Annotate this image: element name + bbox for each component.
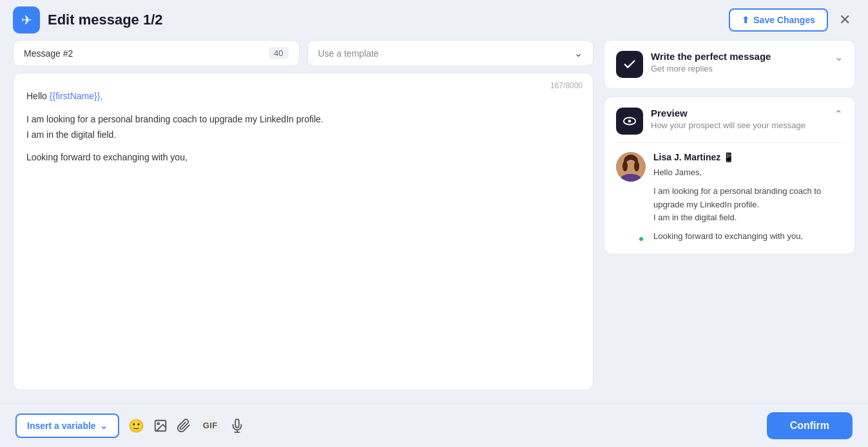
insert-variable-button[interactable]: Insert a variable ⌄ <box>15 414 119 438</box>
editor-line-3: Looking forward to exchanging with you, <box>26 150 580 166</box>
preview-content: Lisa J. Martinez 📱 Hello James, I am loo… <box>616 152 843 243</box>
preview-line-3: I am in the digital field. <box>653 211 843 225</box>
svg-point-1 <box>628 120 632 123</box>
gif-icon[interactable]: GIF <box>200 419 221 432</box>
write-card-title: Write the perfect message <box>651 51 827 62</box>
mic-icon[interactable] <box>230 419 244 433</box>
preview-line-2: I am looking for a personal branding coa… <box>653 185 843 212</box>
message-label: Message #2 <box>24 48 73 59</box>
chevron-down-icon: ⌄ <box>574 47 583 59</box>
toolbar-left: Insert a variable ⌄ 🙂 GIF <box>15 414 244 438</box>
save-changes-button[interactable]: ⬆ Save Changes <box>729 8 828 32</box>
char-counter: 167/8000 <box>550 81 583 90</box>
message-label-box: Message #2 40 <box>13 40 300 66</box>
preview-line-1: Hello James, <box>653 166 843 180</box>
left-panel: Message #2 40 Use a template ⌄ 167/8000 … <box>13 40 593 390</box>
top-bar: ✈ Edit message 1/2 ⬆ Save Changes ✕ <box>0 0 868 40</box>
preview-card-header: Preview How your prospect will see your … <box>616 108 843 135</box>
toolbar-icons: 🙂 GIF <box>128 418 244 433</box>
write-card-subtitle: Get more replies <box>651 64 827 73</box>
right-panel: Write the perfect message Get more repli… <box>604 40 855 390</box>
bottom-toolbar: Insert a variable ⌄ 🙂 GIF C <box>0 403 868 447</box>
attachment-icon[interactable] <box>177 419 191 433</box>
main-layout: Message #2 40 Use a template ⌄ 167/8000 … <box>0 40 868 397</box>
svg-point-7 <box>622 161 628 171</box>
preview-user-name: Lisa J. Martinez 📱 <box>653 152 843 162</box>
char-count-badge: 40 <box>269 47 288 59</box>
preview-card-title: Preview <box>651 108 827 119</box>
preview-card-icon <box>616 108 643 135</box>
preview-line-4: Looking forward to exchanging with you, <box>653 230 843 243</box>
template-dropdown[interactable]: Use a template ⌄ <box>307 40 594 66</box>
preview-bubble: Lisa J. Martinez 📱 Hello James, I am loo… <box>653 152 843 243</box>
controls-row: Message #2 40 Use a template ⌄ <box>13 40 593 66</box>
top-bar-right: ⬆ Save Changes ✕ <box>729 8 855 32</box>
top-bar-left: ✈ Edit message 1/2 <box>13 6 163 33</box>
image-icon[interactable] <box>153 419 168 433</box>
preview-card-subtitle: How your prospect will see your message <box>651 120 827 130</box>
avatar-wrap <box>616 152 646 243</box>
svg-point-10 <box>157 423 159 424</box>
template-dropdown-text: Use a template <box>318 48 379 59</box>
editor-content: Hello {{firstName}}, I am looking for a … <box>26 89 580 166</box>
app-icon: ✈ <box>13 6 40 33</box>
confirm-button[interactable]: Confirm <box>767 412 853 439</box>
chevron-down-icon: ⌄ <box>100 421 108 431</box>
write-card: Write the perfect message Get more repli… <box>604 40 855 89</box>
editor-line-2: I am looking for a personal branding coa… <box>26 112 580 143</box>
variable-firstname: {{firstName}}, <box>50 91 103 101</box>
editor-area[interactable]: 167/8000 Hello {{firstName}}, I am looki… <box>13 73 593 390</box>
preview-card-collapse-icon[interactable]: ⌄ <box>834 108 843 120</box>
write-card-header: Write the perfect message Get more repli… <box>616 51 843 78</box>
preview-message-text: Hello James, I am looking for a personal… <box>653 166 843 243</box>
svg-point-8 <box>634 161 639 171</box>
write-card-text: Write the perfect message Get more repli… <box>651 51 827 73</box>
write-card-collapse-icon[interactable]: ⌄ <box>834 51 843 63</box>
avatar <box>616 152 646 182</box>
save-icon: ⬆ <box>742 15 749 25</box>
preview-card: Preview How your prospect will see your … <box>604 97 855 254</box>
online-indicator <box>638 236 644 242</box>
page-title: Edit message 1/2 <box>48 12 163 28</box>
close-button[interactable]: ✕ <box>834 10 855 30</box>
emoji-icon[interactable]: 🙂 <box>128 418 144 433</box>
preview-divider <box>616 142 843 143</box>
write-card-icon <box>616 51 643 78</box>
preview-card-text: Preview How your prospect will see your … <box>651 108 827 130</box>
editor-line-1: Hello {{firstName}}, <box>26 89 580 104</box>
